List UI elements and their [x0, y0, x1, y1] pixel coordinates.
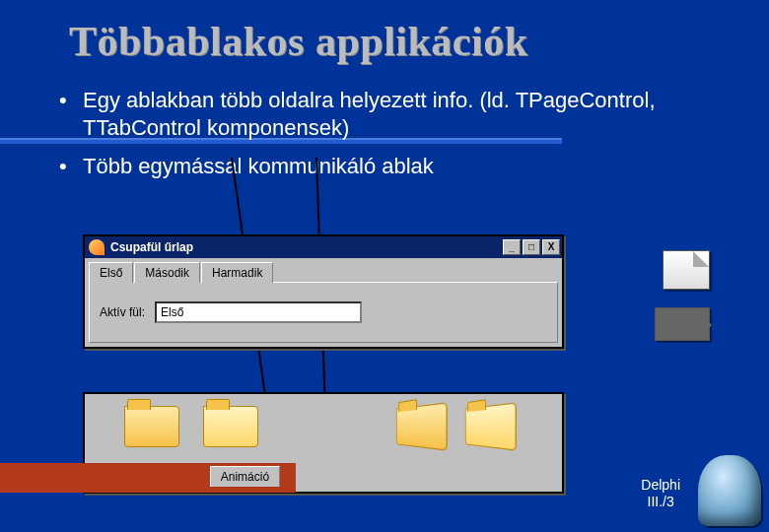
close-button[interactable]: X — [542, 239, 560, 255]
minimize-button[interactable]: _ — [503, 239, 521, 255]
window-icon — [89, 239, 105, 255]
maximize-button[interactable]: □ — [523, 239, 540, 255]
bullet-dot: • — [59, 153, 83, 180]
bullet-dot: • — [59, 87, 83, 141]
slide-title: Többablakos applikációk — [69, 18, 528, 65]
titlebar-buttons: _ □ X — [503, 239, 560, 255]
bullet-item: • Több egymással kommunikáló ablak — [59, 153, 739, 180]
folder-open-icon — [203, 406, 258, 447]
tab-harmadik[interactable]: Harmadik — [201, 262, 273, 283]
tab-panel: Aktív fül: Első — [89, 282, 558, 343]
active-tab-label: Aktív fül: — [100, 305, 145, 319]
camera-icon — [655, 307, 710, 341]
bullet-item: • Egy ablakban több oldalra helyezett in… — [59, 87, 739, 141]
lower-body — [85, 394, 562, 463]
tab-elso[interactable]: Első — [89, 262, 133, 283]
folder-icon — [396, 402, 448, 450]
tabs-row: Első Második Harmadik — [85, 258, 562, 282]
bullet-text: Több egymással kommunikáló ablak — [83, 153, 739, 180]
window-title: Csupafül űrlap — [110, 240, 193, 254]
footer-line1: Delphi — [641, 477, 680, 493]
document-icon — [663, 250, 710, 290]
folder-icon — [124, 406, 179, 447]
tab-masodik[interactable]: Második — [134, 262, 200, 283]
statue-image — [698, 455, 761, 526]
active-tab-field[interactable]: Első — [155, 301, 362, 323]
titlebar: Csupafül űrlap _ □ X — [85, 236, 562, 258]
footer-line2: III./3 — [648, 494, 674, 509]
footer-text: Delphi III./3 — [641, 477, 680, 510]
bullet-list: • Egy ablakban több oldalra helyezett in… — [59, 87, 739, 192]
tab-animacio[interactable]: Animáció — [210, 466, 280, 487]
embedded-window: Csupafül űrlap _ □ X Első Második Harmad… — [83, 234, 564, 349]
bullet-text: Egy ablakban több oldalra helyezett info… — [83, 87, 739, 141]
folder-open-icon — [465, 402, 517, 450]
